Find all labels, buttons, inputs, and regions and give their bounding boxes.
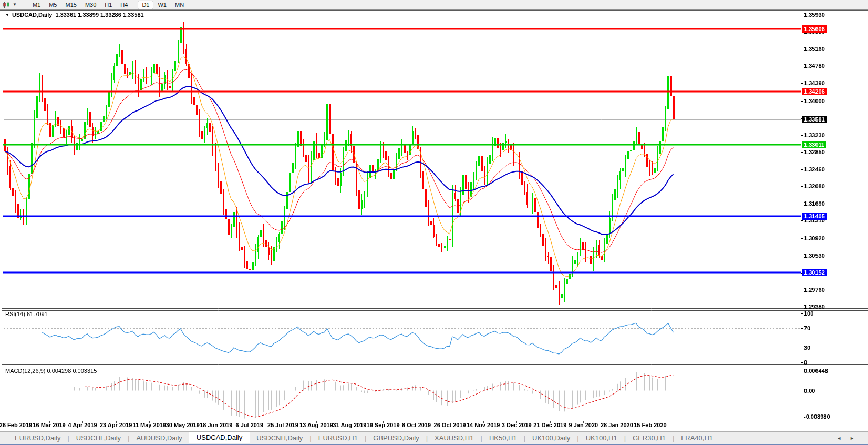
collapse-triangle-icon[interactable]: ▼ [5, 13, 9, 17]
price-axis-label: 1.34000 [804, 98, 825, 104]
timeframe-button-h4[interactable]: H4 [116, 1, 132, 9]
price-axis-label: 1.35930 [804, 12, 825, 18]
price-axis-label: 1.33230 [804, 132, 825, 138]
trading-terminal-window: ▼ M1M5M15M30H1H4D1W1MN ▼USDCAD,Daily 1.3… [0, 0, 868, 445]
toolbar-separator [135, 1, 135, 9]
date-axis-label: 26 Feb 2019 [0, 422, 32, 428]
current-price-badge: 1.33581 [802, 116, 827, 123]
price-axis-label: 1.29380 [804, 304, 825, 310]
date-axis-label: 26 Oct 2019 [434, 422, 466, 428]
level-price-badge: 1.35606 [802, 25, 827, 33]
chart-tab-gbpusd-daily[interactable]: GBPUSD,Daily [367, 433, 425, 443]
chart-tab-usdcad-daily[interactable]: USDCAD,Daily [189, 432, 250, 443]
chart-tab-usdchf-daily[interactable]: USDCHF,Daily [70, 433, 127, 443]
date-axis-label: 18 Jun 2019 [200, 422, 232, 428]
price-axis-label: 1.32460 [804, 166, 825, 173]
date-axis-label: 3 Dec 2019 [502, 422, 532, 428]
date-axis-label: 9 Jan 2020 [569, 422, 598, 428]
date-axis-label: 25 Jul 2019 [267, 422, 298, 428]
macd-indicator-label: MACD(12,26,9) 0.004298 0.003315 [5, 368, 97, 374]
price-axis-label: 1.34780 [804, 63, 825, 69]
chart-tab-ger30-h1[interactable]: GER30,H1 [626, 433, 672, 443]
price-axis-label: 1.34390 [804, 80, 825, 86]
chart-tab-eurusd-h1[interactable]: EURUSD,H1 [312, 433, 364, 443]
date-axis-label: 6 Jul 2019 [236, 422, 264, 428]
level-price-badge: 1.34206 [802, 88, 827, 95]
price-axis-label: 1.35160 [804, 46, 825, 52]
rsi-indicator-label: RSI(14) 61.7091 [5, 311, 48, 317]
level-price-badge: 1.33011 [802, 141, 826, 148]
level-price-badge: 1.30152 [802, 269, 827, 276]
rsi-axis-label: 70 [804, 325, 810, 331]
date-axis-label: 30 May 2019 [166, 422, 200, 428]
chart-tab-xauusd-h1[interactable]: XAUUSD,H1 [428, 433, 480, 443]
chart-tab-eurusd-daily[interactable]: EURUSD,Daily [8, 433, 67, 443]
tab-scroll-left-icon[interactable]: ◄ [836, 436, 841, 441]
price-axis-label: 1.30920 [804, 235, 825, 241]
candlestick-chart-icon [3, 2, 11, 8]
chart-canvas[interactable] [0, 0, 868, 445]
timeframe-button-m30[interactable]: M30 [81, 1, 100, 9]
price-axis-label: 1.30530 [804, 252, 825, 259]
date-axis-label: 15 Feb 2020 [634, 422, 666, 428]
date-axis-label: 28 Jan 2020 [601, 422, 633, 428]
chart-tab-hk50-h1[interactable]: HK50,H1 [483, 433, 523, 443]
date-axis-label: 23 Apr 2019 [100, 422, 132, 428]
chart-tab-uk100-daily[interactable]: UK100,Daily [526, 433, 576, 443]
date-axis-label: 31 Aug 2019 [333, 422, 367, 428]
macd-axis-label: 0.006448 [804, 368, 828, 374]
price-axis-label: 1.29760 [804, 287, 825, 293]
date-axis-label: 16 Mar 2019 [33, 422, 65, 428]
date-axis-label: 21 Dec 2019 [533, 422, 566, 428]
date-axis-label: 14 Nov 2019 [467, 422, 500, 428]
price-axis-label: 1.31690 [804, 200, 825, 207]
toolbar: ▼ M1M5M15M30H1H4D1W1MN [0, 0, 868, 10]
date-axis-label: 4 Apr 2019 [68, 422, 97, 428]
macd-axis-label: -0.008980 [804, 413, 830, 420]
toolbar-grip[interactable] [22, 2, 25, 8]
chart-type-button[interactable]: ▼ [0, 1, 20, 9]
chart-title: ▼USDCAD,Daily 1.33361 1.33899 1.33286 1.… [5, 12, 144, 18]
chart-symbol-period: USDCAD,Daily [12, 12, 52, 18]
timeframe-button-group: M1M5M15M30H1H4D1W1MN [28, 1, 194, 9]
timeframe-button-m15[interactable]: M15 [61, 1, 80, 9]
timeframe-button-m5[interactable]: M5 [45, 1, 61, 9]
price-axis-label: 1.32850 [804, 149, 825, 155]
price-axis-label: 1.32080 [804, 183, 825, 189]
timeframe-button-w1[interactable]: W1 [153, 1, 171, 9]
date-axis-label: 19 Sep 2019 [367, 422, 400, 428]
date-axis-label: 13 Aug 2019 [299, 422, 333, 428]
timeframe-button-mn[interactable]: MN [171, 1, 188, 9]
rsi-axis-label: 100 [804, 310, 813, 317]
chart-tab-uk100-h1[interactable]: UK100,H1 [580, 433, 624, 443]
tab-scroll-arrows: ◄► [836, 436, 854, 441]
rsi-axis-label: 30 [804, 345, 810, 351]
timeframe-button-m1[interactable]: M1 [28, 1, 45, 9]
rsi-axis-label: 0 [804, 359, 807, 366]
chart-tab-bar: EURUSD,Daily|USDCHF,Daily|AUDUSD,DailyUS… [0, 431, 868, 444]
timeframe-button-h1[interactable]: H1 [100, 1, 116, 9]
date-axis-label: 8 Oct 2019 [402, 422, 431, 428]
chart-tab-fra40-h1[interactable]: FRA40,H1 [675, 433, 719, 443]
date-axis-label: 11 May 2019 [132, 422, 166, 428]
toolbar-separator [191, 1, 191, 9]
chart-ohlc-quotes: 1.33361 1.33899 1.33286 1.33581 [55, 12, 143, 18]
macd-axis-label: 0.00 [804, 388, 815, 394]
dropdown-caret-icon: ▼ [13, 3, 17, 7]
level-price-badge: 1.31405 [802, 213, 827, 220]
timeframe-button-d1[interactable]: D1 [138, 1, 153, 9]
chart-tab-audusd-daily[interactable]: AUDUSD,Daily [130, 433, 188, 443]
tab-scroll-right-icon[interactable]: ► [850, 436, 854, 441]
chart-tab-usdcnh-daily[interactable]: USDCNH,Daily [250, 433, 309, 443]
